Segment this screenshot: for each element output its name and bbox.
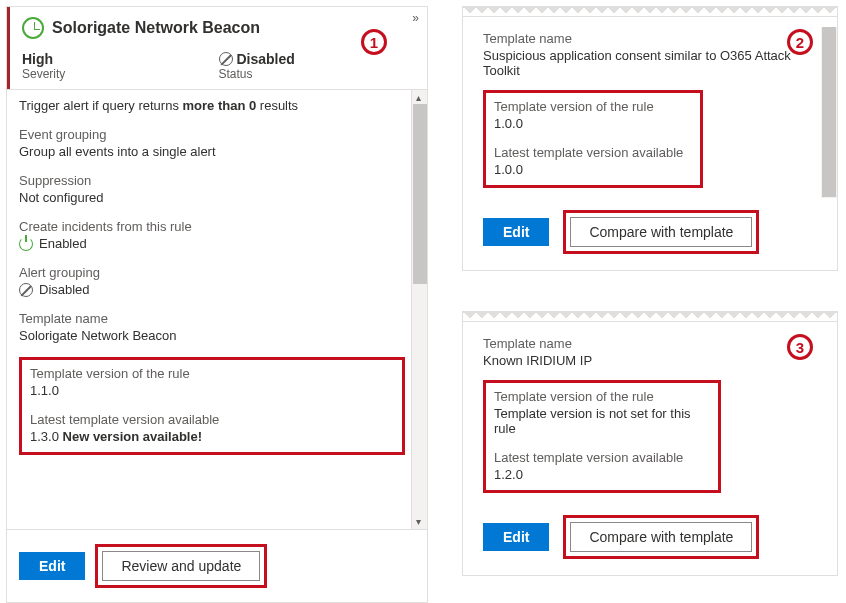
rule-version-label: Template version of the rule [494,99,692,114]
template-name-label: Template name [483,31,811,46]
template-card-3: 3 Template name Known IRIDIUM IP Templat… [462,311,838,576]
vertical-scrollbar[interactable] [821,27,837,198]
latest-version-label: Latest template version available [494,145,692,160]
template-name-value: Suspicious application consent similar t… [483,48,811,78]
latest-version-value: 1.0.0 [494,162,692,177]
rule-detail-panel: » 1 Solorigate Network Beacon High Sever… [6,6,428,603]
disabled-icon [219,52,233,66]
vertical-scrollbar[interactable]: ▴ ▾ [411,90,427,529]
edit-button[interactable]: Edit [483,523,549,551]
template-card-2: 2 Template name Suspicious application c… [462,6,838,271]
compare-button-highlight: Compare with template [563,210,759,254]
rule-version-value: Template version is not set for this rul… [494,406,710,436]
rule-title: Solorigate Network Beacon [52,19,260,37]
scroll-up-icon[interactable]: ▴ [416,92,421,103]
rule-version-value: 1.1.0 [30,383,394,398]
create-incidents-value: Enabled [39,236,87,251]
compare-with-template-button[interactable]: Compare with template [570,522,752,552]
edit-button[interactable]: Edit [19,552,85,580]
scroll-thumb[interactable] [413,104,427,284]
suppression-value: Not configured [19,190,405,205]
status-label: Status [219,67,416,81]
rule-version-label: Template version of the rule [30,366,394,381]
compare-with-template-button[interactable]: Compare with template [570,217,752,247]
compare-button-highlight: Compare with template [563,515,759,559]
event-grouping-label: Event grouping [19,127,405,142]
rule-version-label: Template version of the rule [494,389,710,404]
suppression-label: Suppression [19,173,405,188]
rule-version-value: 1.0.0 [494,116,692,131]
latest-version-value: 1.3.0 New version available! [30,429,394,444]
enabled-icon [19,237,33,251]
review-and-update-button[interactable]: Review and update [102,551,260,581]
torn-edge-icon [463,7,837,17]
collapse-icon[interactable]: » [412,11,419,25]
latest-version-label: Latest template version available [494,450,710,465]
template-name-value: Solorigate Network Beacon [19,328,405,343]
scroll-thumb[interactable] [822,27,836,197]
create-incidents-label: Create incidents from this rule [19,219,405,234]
event-grouping-value: Group all events into a single alert [19,144,405,159]
status-value: Disabled [237,51,295,67]
severity-value: High [22,51,219,67]
latest-version-label: Latest template version available [30,412,394,427]
template-name-label: Template name [483,336,811,351]
scheduled-rule-icon [22,17,44,39]
latest-version-value: 1.2.0 [494,467,710,482]
alert-grouping-value: Disabled [39,282,90,297]
version-highlight-box: Template version of the rule Template ve… [483,380,721,493]
meta-row: High Severity Disabled Status [7,47,427,89]
alert-grouping-label: Alert grouping [19,265,405,280]
version-highlight-box: Template version of the rule 1.0.0 Lates… [483,90,703,188]
severity-label: Severity [22,67,219,81]
template-name-label: Template name [19,311,405,326]
disabled-icon [19,283,33,297]
scroll-down-icon[interactable]: ▾ [416,516,421,527]
torn-edge-icon [463,312,837,322]
callout-marker-1: 1 [361,29,387,55]
review-button-highlight: Review and update [95,544,267,588]
trigger-text: Trigger alert if query returns more than… [19,96,405,113]
version-highlight-box: Template version of the rule 1.1.0 Lates… [19,357,405,455]
edit-button[interactable]: Edit [483,218,549,246]
template-name-value: Known IRIDIUM IP [483,353,811,368]
